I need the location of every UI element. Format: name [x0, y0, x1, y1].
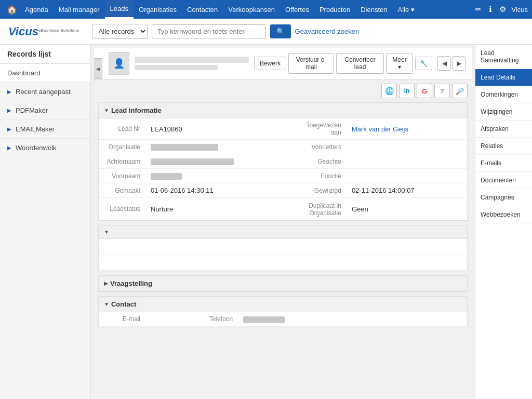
user-label: Vicus	[511, 6, 528, 14]
edit-icon[interactable]: ✏	[473, 3, 484, 16]
empty-section-header[interactable]: ▼	[99, 225, 467, 239]
lead-nr-label: Lead Nr	[99, 118, 145, 140]
sidebar-item-label: PDFMaker	[16, 107, 48, 114]
sidebar-item-pdfmaker[interactable]: ▶ PDFMaker	[0, 101, 90, 120]
lead-nr-value: LEA10860	[145, 118, 300, 140]
sidebar-title: Records lijst	[0, 45, 90, 64]
contact-header[interactable]: ▼ Contact	[99, 297, 467, 312]
right-panel-samenvatting[interactable]: Lead Samenvatting	[475, 45, 532, 69]
search-scope-select[interactable]: Alle records	[92, 24, 148, 39]
nav-alle[interactable]: Alle ▾	[392, 0, 419, 19]
arrow-icon: ▶	[7, 89, 11, 95]
sidebar-collapse-toggle[interactable]: ◀	[94, 58, 102, 79]
organisatie-blurred	[151, 144, 218, 151]
duplicaat-value: Geen	[347, 198, 467, 220]
lead-info-section: ▼ Lead informatie Lead Nr LEA10860 Toege…	[98, 102, 468, 221]
email-label: E-mail	[99, 312, 145, 327]
achternaam-value	[145, 154, 300, 169]
duplicaat-label: Duplicaat in Organisatie	[300, 198, 347, 220]
nav-mail-manager[interactable]: Mail manager	[54, 0, 105, 19]
right-panel-afspraken[interactable]: Afspraken	[475, 121, 532, 138]
toegewezen-value: Mark van der Geijs	[347, 118, 467, 140]
person-search-icon-btn[interactable]: 🔎	[452, 84, 468, 98]
functie-label: Functie	[300, 169, 347, 183]
next-record-button[interactable]: ▶	[452, 56, 466, 71]
sidebar-item-emailmaker[interactable]: ▶ EMAILMaker	[0, 120, 90, 139]
nav-arrows: ◀ ▶	[437, 56, 466, 71]
record-name-blurred	[135, 57, 249, 63]
send-email-button[interactable]: Verstuur e-mail	[288, 53, 334, 74]
record-header: 👤 Bewerk Verstuur e-mail Converteer lead…	[94, 48, 472, 79]
table-row: Gemaakt 01-06-2016 14:30:11 Gewijzigd 02…	[99, 183, 467, 198]
table-row: Achternaam Geachte	[99, 154, 467, 169]
sidebar-dashboard[interactable]: Dashboard	[0, 64, 90, 83]
nav-contacten[interactable]: Contacten	[182, 0, 223, 19]
right-panel-emails[interactable]: E-mails	[475, 155, 532, 172]
convert-lead-button[interactable]: Converteer lead	[336, 53, 384, 74]
help-icon-btn[interactable]: ?	[434, 84, 450, 98]
right-panel-details[interactable]: Lead Details	[475, 69, 532, 86]
empty-cell	[283, 255, 375, 270]
toegewezen-link[interactable]: Mark van der Geijs	[352, 125, 408, 133]
wrench-button[interactable]: 🔧	[415, 57, 432, 70]
empty-cell	[99, 255, 191, 270]
nav-right: ✏ ℹ ⚙ Vicus	[473, 3, 528, 16]
nav-leads[interactable]: Leads	[105, 0, 134, 19]
achternaam-label: Achternaam	[99, 154, 145, 169]
google-icon-btn[interactable]: G	[417, 84, 432, 98]
home-button[interactable]: 🏠	[4, 0, 20, 19]
info-icon[interactable]: ℹ	[487, 3, 494, 16]
edit-button[interactable]: Bewerk	[254, 57, 286, 70]
toegewezen-label: Toegewezen aan	[300, 118, 347, 140]
search-bar: Vicus eBusiness Solutions Alle records 🔍…	[0, 19, 532, 45]
more-button[interactable]: Meer ▾	[386, 53, 413, 74]
nav-agenda[interactable]: Agenda	[20, 0, 54, 19]
linkedin-icon-btn[interactable]: in	[399, 84, 415, 98]
telefoon-blurred	[243, 316, 285, 323]
prev-record-button[interactable]: ◀	[437, 56, 451, 71]
contact-table: E-mail Telefoon	[99, 312, 467, 327]
settings-icon[interactable]: ⚙	[497, 3, 508, 16]
voornaam-blurred	[151, 173, 182, 180]
sidebar-item-woordenwolk[interactable]: ▶ Woordenwolk	[0, 139, 90, 157]
empty-cell	[375, 255, 467, 270]
email-value	[145, 312, 191, 327]
main-content: ◀ 👤 Bewerk Verstuur e-mail Converteer le…	[91, 45, 475, 399]
sidebar-item-label: Recent aangepast	[16, 88, 71, 96]
right-panel: Lead Samenvatting Lead Details Opmerking…	[475, 45, 532, 399]
lead-info-header[interactable]: ▼ Lead informatie	[99, 103, 467, 118]
globe-icon-btn[interactable]: 🌐	[381, 84, 397, 98]
right-panel-campagnes[interactable]: Campagnes	[475, 189, 532, 206]
sidebar-item-recent[interactable]: ▶ Recent aangepast	[0, 83, 90, 101]
nav-producten[interactable]: Producten	[314, 0, 355, 19]
main-layout: Records lijst Dashboard ▶ Recent aangepa…	[0, 45, 532, 399]
vraagstelling-section: ▶ Vraagstelling	[98, 275, 468, 292]
advanced-search-link[interactable]: Geavanceerd zoeken	[295, 28, 360, 35]
leadstatus-value: Nurture	[145, 198, 300, 220]
nav-organisaties[interactable]: Organisaties	[134, 0, 182, 19]
empty-cell	[375, 239, 467, 255]
table-row: Organisatie Voorletters	[99, 140, 467, 154]
right-panel-wijzigingen[interactable]: Wijzigingen	[475, 103, 532, 121]
search-input[interactable]	[152, 24, 266, 38]
voornaam-value	[145, 169, 300, 183]
search-button[interactable]: 🔍	[270, 24, 291, 38]
empty-cell	[191, 239, 283, 255]
right-panel-documenten[interactable]: Documenten	[475, 172, 532, 189]
nav-verkoopkansen[interactable]: Verkoopkansen	[223, 0, 280, 19]
vraagstelling-header[interactable]: ▶ Vraagstelling	[99, 276, 467, 291]
right-panel-relaties[interactable]: Relaties	[475, 138, 532, 155]
gemaakt-label: Gemaakt	[99, 183, 145, 198]
right-panel-webbezoeken[interactable]: Webbezoeken	[475, 206, 532, 223]
organisatie-label: Organisatie	[99, 140, 145, 154]
nav-offertes[interactable]: Offertes	[280, 0, 314, 19]
collapse-icon: ▼	[104, 301, 109, 307]
right-panel-opmerkingen[interactable]: Opmerkingen	[475, 86, 532, 103]
contact-title: Contact	[111, 300, 136, 308]
content-with-panel: ◀ 👤 Bewerk Verstuur e-mail Converteer le…	[91, 45, 532, 399]
detail-content: 🌐 in G ? 🔎 ▼ Lead informatie Lead Nr	[94, 79, 472, 336]
contact-section: ▼ Contact E-mail Telefoon	[98, 296, 468, 327]
nav-diensten[interactable]: Diensten	[355, 0, 392, 19]
arrow-icon: ▶	[7, 145, 11, 151]
sidebar-item-label: EMAILMaker	[16, 125, 55, 133]
